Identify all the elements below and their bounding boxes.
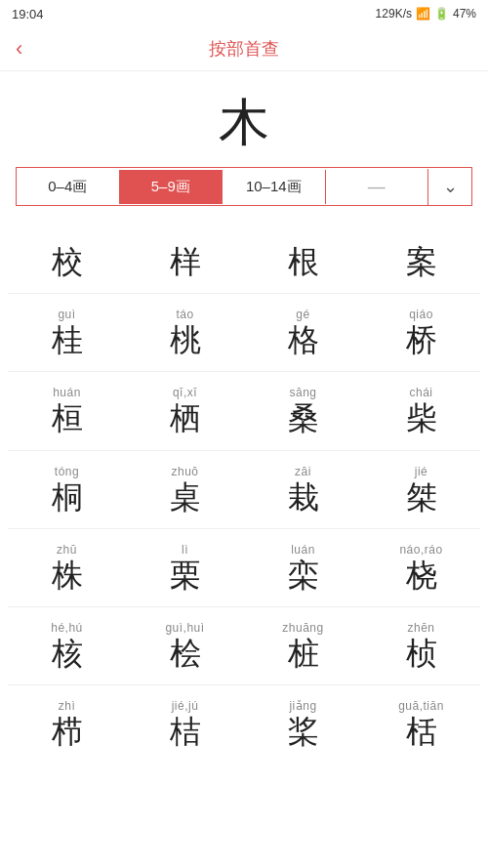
char-pinyin: guì: [58, 308, 75, 321]
char-hanzi: 栉: [52, 715, 83, 749]
char-hanzi: 格: [288, 323, 319, 357]
char-pinyin: luán: [291, 543, 315, 557]
char-cell[interactable]: náo,ráo桡: [362, 539, 480, 597]
char-pinyin: zhuāng: [282, 621, 323, 635]
char-cell[interactable]: zhuō桌: [126, 461, 244, 518]
char-hanzi: 桡: [406, 558, 437, 593]
char-hanzi: 桧: [170, 637, 201, 671]
char-pinyin: táo: [176, 308, 193, 321]
char-cell[interactable]: x根: [244, 226, 362, 283]
char-pinyin: gé: [296, 308, 309, 321]
char-hanzi: 桐: [52, 480, 83, 515]
tab-0-4[interactable]: 0–4画: [17, 170, 120, 204]
char-cell[interactable]: zhēn桢: [362, 617, 480, 675]
tab-dropdown[interactable]: ⌄: [428, 168, 471, 205]
char-cell[interactable]: zhuāng桩: [244, 617, 362, 675]
battery-icon: 🔋: [434, 7, 449, 21]
char-hanzi: 桑: [288, 401, 319, 435]
char-hanzi: 样: [170, 245, 201, 279]
tab-5-9[interactable]: 5–9画: [120, 170, 224, 204]
char-cell[interactable]: x案: [362, 226, 480, 283]
char-hanzi: 柴: [406, 401, 437, 435]
char-hanzi: 桥: [406, 323, 437, 357]
char-cell[interactable]: guì桂: [8, 304, 126, 361]
char-cell[interactable]: jiǎng桨: [244, 695, 362, 753]
char-hanzi: 根: [288, 245, 319, 279]
char-pinyin: jié,jú: [172, 699, 199, 713]
char-row: x校x样x根x案: [8, 216, 480, 294]
char-hanzi: 桩: [288, 637, 319, 671]
char-cell[interactable]: guì,huì桧: [126, 617, 244, 675]
char-hanzi: 栖: [170, 401, 201, 435]
network-speed: 129K/s: [376, 7, 412, 21]
wifi-icon: 📶: [416, 7, 430, 21]
char-pinyin: guā,tiān: [398, 699, 444, 713]
char-cell[interactable]: sāng桑: [244, 382, 362, 439]
char-hanzi: 桀: [406, 480, 437, 515]
char-pinyin: lì: [182, 543, 188, 557]
char-row: guì桂táo桃gé格qiáo桥: [8, 294, 480, 372]
char-pinyin: guì,huì: [165, 621, 204, 635]
char-cell[interactable]: tóng桐: [8, 461, 126, 518]
char-cell[interactable]: guā,tiān栝: [362, 695, 480, 753]
char-hanzi: 桔: [170, 715, 201, 749]
char-hanzi: 桌: [170, 480, 201, 515]
char-cell[interactable]: x样: [126, 226, 244, 283]
char-cell[interactable]: táo桃: [126, 304, 244, 361]
status-bar: 19:04 129K/s 📶 🔋 47%: [0, 0, 488, 27]
status-right: 129K/s 📶 🔋 47%: [376, 7, 476, 21]
char-cell[interactable]: luán栾: [244, 539, 362, 597]
char-pinyin: tóng: [55, 465, 79, 478]
status-time: 19:04: [12, 7, 44, 21]
char-cell[interactable]: qiáo桥: [362, 304, 480, 361]
header: ‹ 按部首查: [0, 27, 488, 71]
char-cell[interactable]: zhū株: [8, 539, 126, 597]
char-pinyin: zhuō: [171, 465, 198, 478]
char-cell[interactable]: jié,jú桔: [126, 695, 244, 753]
char-cell[interactable]: zhì栉: [8, 695, 126, 753]
char-pinyin: náo,ráo: [399, 543, 442, 557]
char-hanzi: 栽: [288, 480, 319, 515]
tab-10-14[interactable]: 10–14画: [223, 170, 326, 204]
char-cell[interactable]: huán桓: [8, 382, 126, 439]
char-pinyin: sāng: [289, 386, 316, 399]
char-hanzi: 案: [406, 245, 437, 279]
char-pinyin: hé,hú: [51, 621, 83, 635]
radical-character: 木: [0, 71, 488, 167]
char-hanzi: 栗: [170, 558, 201, 593]
char-hanzi: 校: [52, 245, 83, 279]
char-pinyin: qiáo: [409, 308, 433, 321]
char-pinyin: huán: [53, 386, 81, 399]
char-hanzi: 桃: [170, 323, 201, 357]
char-hanzi: 核: [52, 637, 83, 671]
char-cell[interactable]: jié桀: [362, 461, 480, 518]
char-hanzi: 桓: [52, 401, 83, 435]
char-cell[interactable]: zāi栽: [244, 461, 362, 518]
back-button[interactable]: ‹: [16, 38, 22, 60]
char-cell[interactable]: qī,xī栖: [126, 382, 244, 439]
char-pinyin: zhū: [57, 543, 77, 557]
char-pinyin: chái: [409, 386, 432, 399]
char-pinyin: zāi: [295, 465, 311, 478]
tab-more[interactable]: —: [326, 169, 429, 205]
char-cell[interactable]: lì栗: [126, 539, 244, 597]
char-row: tóng桐zhuō桌zāi栽jié桀: [8, 451, 480, 529]
char-hanzi: 桨: [288, 715, 319, 749]
char-pinyin: qī,xī: [173, 386, 197, 399]
char-cell[interactable]: x校: [8, 226, 126, 283]
battery-percent: 47%: [453, 7, 476, 21]
char-cell[interactable]: chái柴: [362, 382, 480, 439]
char-row: zhū株lì栗luán栾náo,ráo桡: [8, 529, 480, 607]
char-pinyin: zhì: [59, 699, 76, 713]
stroke-tabs: 0–4画 5–9画 10–14画 — ⌄: [16, 167, 472, 206]
char-hanzi: 栝: [406, 715, 437, 749]
char-pinyin: zhēn: [407, 621, 434, 635]
char-pinyin: jié: [415, 465, 428, 478]
char-cell[interactable]: hé,hú核: [8, 617, 126, 675]
char-hanzi: 株: [52, 558, 83, 593]
char-hanzi: 桂: [52, 323, 83, 357]
char-hanzi: 桢: [406, 637, 437, 671]
character-grid: x校x样x根x案guì桂táo桃gé格qiáo桥huán桓qī,xī栖sāng桑…: [0, 216, 488, 763]
char-hanzi: 栾: [288, 558, 319, 593]
char-cell[interactable]: gé格: [244, 304, 362, 361]
